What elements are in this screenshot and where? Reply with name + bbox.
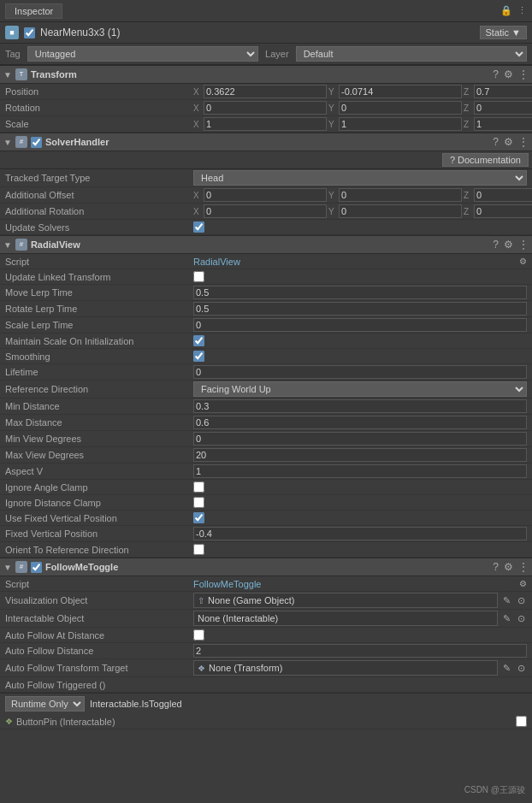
solver-handler-menu-icon[interactable]: ⋮ <box>518 136 529 148</box>
auto-follow-triggered-label: Auto Follow Triggered () <box>5 680 193 690</box>
scale-x-input[interactable] <box>204 117 327 131</box>
smoothing-value <box>193 351 527 362</box>
maintain-scale-checkbox[interactable] <box>193 335 204 346</box>
static-dropdown-button[interactable]: Static ▼ <box>480 26 527 39</box>
transform-header: ▼ T Transform ? ⚙ ⋮ <box>0 65 532 84</box>
follow-me-toggle-help-icon[interactable]: ? <box>493 561 499 573</box>
orient-to-ref-label: Orient To Reference Direction <box>5 545 193 555</box>
rotation-y-field: Y <box>328 101 462 115</box>
position-value: X Y Z <box>193 85 532 98</box>
follow-me-toggle-settings-icon[interactable]: ⚙ <box>504 561 513 573</box>
min-distance-label: Min Distance <box>5 401 193 411</box>
scale-lerp-time-input[interactable] <box>193 318 527 332</box>
solver-handler-arrow[interactable]: ▼ <box>3 138 12 147</box>
documentation-button[interactable]: ? Documentation <box>442 153 529 167</box>
move-lerp-time-input[interactable] <box>193 286 527 299</box>
interactable-object-target-button[interactable]: ⊙ <box>516 613 527 624</box>
auto-follow-transform-edit-button[interactable]: ✎ <box>501 663 512 674</box>
maintain-scale-label: Maintain Scale On Initialization <box>5 336 193 346</box>
scale-lerp-time-value <box>193 318 527 332</box>
aspect-v-input[interactable] <box>193 464 527 478</box>
min-view-degrees-input[interactable] <box>193 432 527 446</box>
orient-to-ref-checkbox[interactable] <box>193 544 204 555</box>
position-z-input[interactable] <box>474 85 532 98</box>
reference-direction-dropdown[interactable]: Facing World Up <box>193 381 527 397</box>
viz-object-target-button[interactable]: ⊙ <box>516 595 527 606</box>
solver-handler-enabled[interactable] <box>31 137 42 148</box>
layer-label: Layer <box>265 49 289 59</box>
follow-me-toggle-menu-icon[interactable]: ⋮ <box>518 561 529 573</box>
additional-offset-z-input[interactable] <box>474 188 532 202</box>
aspect-v-value <box>193 464 527 478</box>
rotation-label: Rotation <box>5 103 193 113</box>
rotation-y-input[interactable] <box>339 101 462 115</box>
transform-arrow[interactable]: ▼ <box>3 70 12 80</box>
solver-handler-help-icon[interactable]: ? <box>493 136 499 148</box>
position-x-input[interactable] <box>204 85 327 98</box>
radial-view-help-icon[interactable]: ? <box>493 239 499 251</box>
fixed-vertical-position-input[interactable] <box>193 527 527 540</box>
inspector-tab[interactable]: Inspector <box>5 3 62 19</box>
rotation-x-input[interactable] <box>204 101 327 115</box>
title-bar-icons: 🔒 ⋮ <box>500 5 527 16</box>
smoothing-checkbox[interactable] <box>193 351 204 362</box>
interactable-object-edit-button[interactable]: ✎ <box>501 613 512 624</box>
auto-follow-distance-input[interactable] <box>193 644 527 658</box>
scale-y-input[interactable] <box>339 117 462 131</box>
additional-rotation-x-input[interactable] <box>204 204 327 218</box>
layer-dropdown[interactable]: Default <box>296 46 527 62</box>
min-distance-input[interactable] <box>193 399 527 413</box>
runtime-dropdown[interactable]: Runtime Only <box>5 696 85 711</box>
viz-object-value: ⇧ None (Game Object) ✎ ⊙ <box>193 593 527 608</box>
radial-view-menu-icon[interactable]: ⋮ <box>518 239 529 251</box>
game-object-enabled-checkbox[interactable] <box>24 27 35 38</box>
follow-me-toggle-header: ▼ # FollowMeToggle ? ⚙ ⋮ <box>0 558 532 576</box>
update-linked-transform-checkbox[interactable] <box>193 271 204 282</box>
viz-object-edit-button[interactable]: ✎ <box>501 595 512 606</box>
use-fixed-vertical-checkbox[interactable] <box>193 512 204 523</box>
radial-view-settings-icon[interactable]: ⚙ <box>504 239 513 251</box>
tracked-target-type-dropdown[interactable]: Head <box>193 170 527 186</box>
additional-offset-y-input[interactable] <box>339 188 462 202</box>
max-view-degrees-input[interactable] <box>193 448 527 462</box>
ignore-angle-clamp-checkbox[interactable] <box>193 481 204 493</box>
button-pin-checkbox[interactable] <box>516 716 527 727</box>
radial-view-script-value: RadialView <box>193 257 519 267</box>
auto-follow-at-distance-row: Auto Follow At Distance <box>0 628 532 643</box>
scale-z-field: Z <box>464 117 532 131</box>
rotate-lerp-time-input[interactable] <box>193 302 527 316</box>
solver-handler-icon: # <box>15 136 27 148</box>
max-distance-input[interactable] <box>193 416 527 429</box>
follow-me-toggle-script-value: FollowMeToggle <box>193 579 519 589</box>
menu-icon[interactable]: ⋮ <box>517 5 527 16</box>
additional-offset-x-input[interactable] <box>204 188 327 202</box>
auto-follow-transform-target-button[interactable]: ⊙ <box>516 663 527 674</box>
follow-me-toggle-arrow[interactable]: ▼ <box>3 563 12 572</box>
tag-layer-row: Tag Untagged Layer Default <box>0 44 532 65</box>
additional-offset-z-field: Z <box>464 188 532 202</box>
tag-label: Tag <box>5 49 21 59</box>
button-pin-icon: ❖ <box>5 717 13 726</box>
lock-icon[interactable]: 🔒 <box>500 5 512 16</box>
ignore-distance-clamp-checkbox[interactable] <box>193 497 204 508</box>
position-y-input[interactable] <box>339 85 462 98</box>
solver-handler-settings-icon[interactable]: ⚙ <box>504 136 513 148</box>
rotation-z-input[interactable] <box>474 101 532 115</box>
additional-rotation-y-input[interactable] <box>339 204 462 218</box>
radial-view-arrow[interactable]: ▼ <box>3 240 12 250</box>
auto-follow-at-distance-checkbox[interactable] <box>193 629 204 641</box>
follow-me-toggle-enabled[interactable] <box>31 562 42 573</box>
inspector-tab-label: Inspector <box>15 6 53 16</box>
tag-dropdown[interactable]: Untagged <box>27 46 258 62</box>
solver-handler-doc-row: ? Documentation <box>0 151 532 169</box>
transform-menu-icon[interactable]: ⋮ <box>518 68 529 80</box>
bottom-event-bar: Runtime Only Interactable.IsToggled <box>0 693 532 714</box>
update-solvers-checkbox[interactable] <box>193 221 204 233</box>
additional-rotation-z-input[interactable] <box>474 204 532 218</box>
auto-follow-transform-target-field: ❖ None (Transform) <box>193 660 498 676</box>
lifetime-input[interactable] <box>193 365 527 379</box>
transform-help-icon[interactable]: ? <box>493 68 499 80</box>
transform-settings-icon[interactable]: ⚙ <box>504 68 513 80</box>
scale-z-input[interactable] <box>474 117 532 131</box>
min-view-degrees-value <box>193 432 527 446</box>
